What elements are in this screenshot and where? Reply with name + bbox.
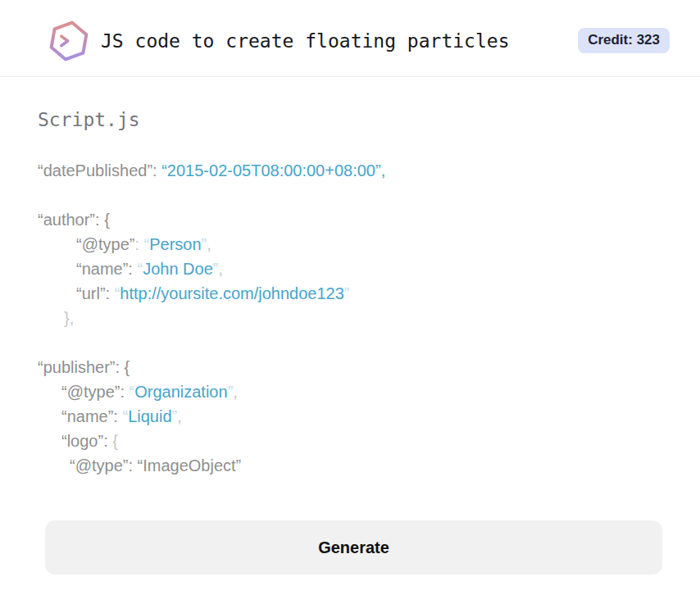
main-content: Script.js “datePublished”: “2015-02-05T0… [0, 77, 700, 574]
filename-label: Script.js [38, 109, 662, 130]
code-line: “datePublished”: “2015-02-05T08:00:00+08… [38, 158, 662, 183]
code-token-faded: { [112, 432, 118, 450]
code-line: “author”: { [38, 207, 662, 232]
code-token-faded: , [177, 407, 182, 425]
credit-badge: Credit: 323 [578, 28, 670, 53]
code-token-value: “2015-02-05T08:00:00+08:00”, [161, 161, 385, 179]
code-line: “@type”: “Organization”, [38, 379, 662, 404]
header: JS code to create floating particles Cre… [0, 0, 700, 77]
code-line: }, [38, 306, 662, 330]
code-token-faded: : [134, 235, 143, 253]
code-token-key: “datePublished”: [38, 161, 161, 179]
code-token-key: “author”: { [38, 211, 110, 229]
code-line: “@type”: “ImageObject” [38, 453, 662, 478]
code-token-faded: , [218, 260, 223, 278]
code-token-key: “name”: [76, 260, 137, 278]
code-line [38, 183, 662, 207]
page-title: JS code to create floating particles [101, 30, 510, 52]
code-line [38, 330, 662, 355]
terminal-prompt-hexagon-icon [46, 18, 92, 64]
code-token-key: “url”: [76, 284, 115, 302]
code-token-value: Organization [134, 383, 227, 401]
generate-button[interactable]: Generate [45, 520, 662, 574]
code-token-faded: , [233, 383, 238, 401]
code-line: “name”: “Liquid”, [38, 404, 662, 429]
code-line: “name”: “John Doe”, [38, 257, 662, 281]
code-block: “datePublished”: “2015-02-05T08:00:00+08… [38, 158, 662, 478]
code-line: “logo”: { [38, 429, 662, 453]
code-token-value: John Doe [143, 260, 213, 278]
code-line: “@type”: “Person”, [38, 232, 662, 257]
code-token-value: Liquid [128, 407, 171, 425]
code-token-key: “@type”: [61, 383, 130, 401]
code-token-key: “publisher”: { [38, 358, 130, 376]
code-token-key: “logo”: [61, 432, 112, 450]
code-token-quote: ” [344, 284, 350, 302]
code-token-key: “@type” [76, 235, 134, 253]
code-line: “publisher”: { [38, 355, 662, 379]
code-token-key: “@type”: “ImageObject” [70, 456, 241, 475]
code-token-value: http://yoursite.com/johndoe123 [120, 284, 344, 302]
code-token-faded: , [207, 235, 211, 253]
code-token-faded: }, [64, 309, 74, 327]
code-token-value: Person [149, 235, 201, 253]
code-token-key: “name”: [61, 407, 122, 425]
code-line: “url”: “http://yoursite.com/johndoe123” [38, 281, 662, 306]
